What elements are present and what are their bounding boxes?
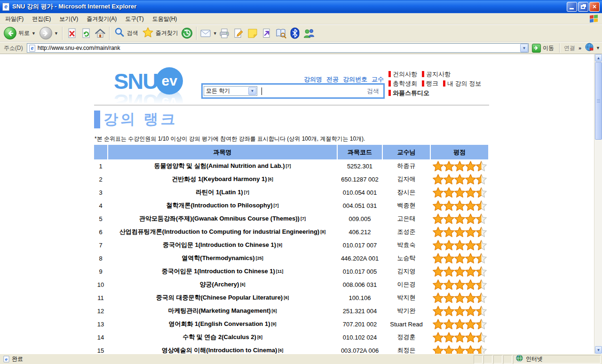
professor-name: 최정은 <box>383 344 430 354</box>
rank-cell: 11 <box>94 291 107 304</box>
course-name[interactable]: 건반화성 1(Keyboard Harmony 1)[6] <box>108 173 337 186</box>
quick-menu-link[interactable]: 와플스튜디오 <box>388 89 429 96</box>
edit-button[interactable] <box>232 27 245 40</box>
status-page-icon: e <box>4 356 9 363</box>
rating-stars <box>431 265 488 278</box>
course-name[interactable]: 중국어입문 1(Introduction to Chinese 1)[9] <box>108 238 337 252</box>
course-name[interactable]: 철학개론(Introduction to Philosophy)[7] <box>108 199 337 212</box>
field-link[interactable]: 전공 <box>326 76 339 83</box>
addon-dropdown-icon[interactable]: ▼ <box>596 46 600 50</box>
field-link[interactable]: 강의명 <box>304 76 322 83</box>
back-label: 뒤로 <box>18 29 30 37</box>
bluetooth-button[interactable] <box>289 27 301 40</box>
course-name[interactable]: 마케팅관리(Marketing Management)[6] <box>108 304 337 317</box>
favorites-button[interactable]: 즐겨찾기 <box>140 26 180 40</box>
evaluation-count: [7] <box>274 203 279 208</box>
search-button[interactable]: 검색 <box>112 26 140 40</box>
table-row: 1동물영양학 및 실험(Animal Nutrition and Lab.)[7… <box>94 159 489 173</box>
close-button[interactable]: × <box>589 2 600 12</box>
minimize-button[interactable] <box>567 2 577 12</box>
course-name[interactable]: 영어회화 1(English Conversation 1)[9] <box>108 317 337 331</box>
course-name[interactable]: 중국어입문 1(Introduction to Chinese 1)[11] <box>108 265 337 278</box>
red-bar-icon <box>443 80 445 87</box>
refresh-button[interactable] <box>80 27 92 40</box>
course-name[interactable]: 라틴어 1(Latin 1)[7] <box>108 186 337 199</box>
scroll-down-button[interactable]: ▼ <box>595 346 602 354</box>
rank-cell: 4 <box>94 199 107 212</box>
table-row: 14수학 및 연습 2(Calculus 2)[8]010.102 024정경훈 <box>94 331 489 344</box>
quick-menu-link[interactable]: 랭크 <box>422 80 438 87</box>
text-caret <box>261 87 262 95</box>
table-row: 6산업컴퓨팅개론(Introduction to Computing for i… <box>94 225 489 238</box>
course-code: 650.1287 002 <box>338 173 382 186</box>
stop-button[interactable] <box>66 27 78 40</box>
search-submit[interactable]: 검색 <box>367 87 382 95</box>
evaluation-count: [7] <box>301 216 306 221</box>
semester-select[interactable]: 모든 학기 ▼ <box>204 86 257 96</box>
back-dropdown-icon[interactable]: ▼ <box>32 31 36 36</box>
addon-globe-icon[interactable] <box>585 42 594 54</box>
table-row: 12마케팅관리(Marketing Management)[6]251.321 … <box>94 304 489 317</box>
menu-item[interactable]: 즐겨찾기(A) <box>82 14 121 24</box>
rating-stars <box>431 304 488 317</box>
evaluation-count: [9] <box>277 243 282 247</box>
history-button[interactable] <box>181 27 193 40</box>
forward-dropdown-icon[interactable]: ▼ <box>54 31 58 36</box>
red-bar-icon <box>422 71 424 77</box>
messenger-button[interactable] <box>303 27 315 40</box>
professor-name: 박지현 <box>383 291 430 304</box>
menu-item[interactable]: 편집(E) <box>28 14 55 24</box>
course-name[interactable]: 동물영양학 및 실험(Animal Nutrition and Lab.)[7] <box>108 159 337 173</box>
restore-button[interactable] <box>578 2 588 12</box>
links-chevron-icon[interactable]: » <box>578 45 581 51</box>
course-name[interactable]: 수학 및 연습 2(Calculus 2)[8] <box>108 331 337 344</box>
search-box: 모든 학기 ▼ 검색 <box>201 83 385 99</box>
back-button[interactable]: 뒤로 ▼ <box>2 26 38 40</box>
course-name[interactable]: 열역학(Thermodynamics)[25] <box>108 252 337 265</box>
address-dropdown-button[interactable]: ▼ <box>520 44 528 52</box>
status-panel <box>503 355 512 364</box>
table-row: 8열역학(Thermodynamics)[25]446.202A 001노승탁 <box>94 252 489 265</box>
quick-menu-link[interactable]: 내 강의 정보 <box>443 80 481 87</box>
rating-stars <box>431 344 488 354</box>
field-link[interactable]: 강의번호 <box>343 76 367 83</box>
vertical-scrollbar[interactable]: ▲ ▼ <box>594 54 602 354</box>
quick-menu-link[interactable]: 총학생회 <box>388 80 417 87</box>
semester-dropdown-icon[interactable]: ▼ <box>248 87 256 95</box>
column-header: 교수님 <box>383 145 430 159</box>
research-button[interactable] <box>275 27 287 40</box>
course-name[interactable]: 산업컴퓨팅개론(Introduction to Computing for in… <box>108 225 337 238</box>
menu-item[interactable]: 도구(T) <box>121 14 148 24</box>
status-panel <box>474 355 483 364</box>
course-code: 003.072A 006 <box>338 344 382 354</box>
mail-dropdown-icon[interactable]: ▼ <box>213 31 217 36</box>
rating-stars <box>431 252 488 265</box>
links-label[interactable]: 연결 <box>564 44 575 52</box>
course-name[interactable]: 양궁(Archery)[6] <box>108 278 337 291</box>
scroll-up-button[interactable]: ▲ <box>595 54 602 62</box>
notes-button[interactable] <box>246 27 259 40</box>
forward-button[interactable]: ▼ <box>38 26 60 40</box>
print-button[interactable] <box>218 27 230 40</box>
quick-menu-link[interactable]: 건의사항 <box>388 71 417 78</box>
rank-cell: 9 <box>94 265 107 278</box>
search-input[interactable] <box>257 85 367 97</box>
evaluation-count: [6] <box>278 348 283 353</box>
rating-stars <box>431 317 488 331</box>
course-code: 010.017 005 <box>338 265 382 278</box>
scroll-thumb[interactable] <box>595 62 602 140</box>
mail-button[interactable] <box>200 27 212 40</box>
translate-button[interactable] <box>261 27 273 40</box>
favorites-label: 즐겨찾기 <box>156 29 178 37</box>
address-field[interactable]: e http://www.snu-ev.com/main/rank ▼ <box>27 43 529 53</box>
home-button[interactable] <box>94 27 106 40</box>
go-button[interactable]: 이동 <box>531 44 555 53</box>
course-name[interactable]: 관악모둠강좌(주제)(Gwanak Omnibus Course (Themes… <box>108 212 337 225</box>
menu-item[interactable]: 보기(V) <box>55 14 82 24</box>
course-name[interactable]: 영상예술의 이해(Introduction to Cinema)[6] <box>108 344 337 354</box>
field-link[interactable]: 교수 <box>372 76 384 83</box>
course-name[interactable]: 중국의 대중문학(Chinese Popular Literature)[6] <box>108 291 337 304</box>
menu-item[interactable]: 도움말(H) <box>148 14 182 24</box>
menu-item[interactable]: 파일(F) <box>1 14 28 24</box>
quick-menu-link[interactable]: 공지사항 <box>422 71 451 78</box>
